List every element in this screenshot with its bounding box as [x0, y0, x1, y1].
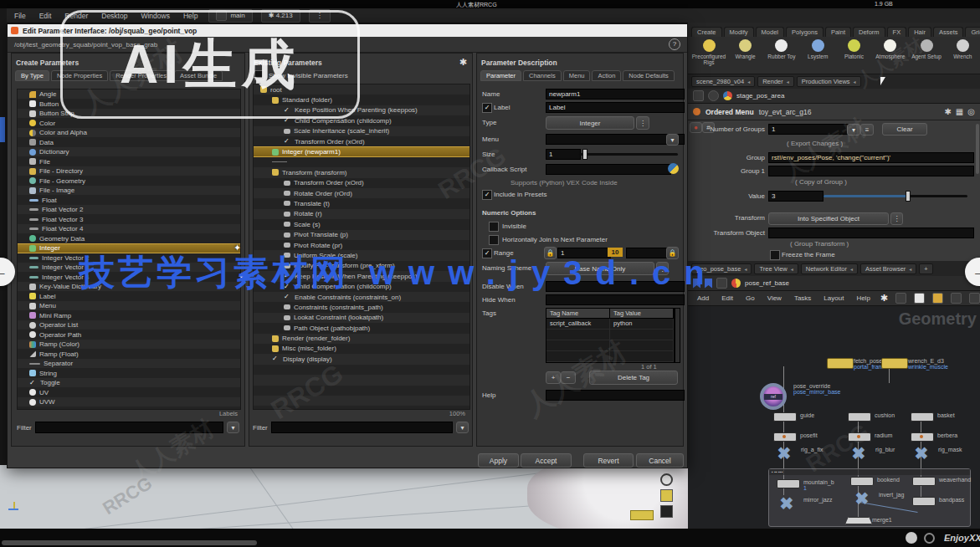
menu-file[interactable]: File [12, 11, 28, 21]
menu-windows[interactable]: Windows [138, 11, 172, 21]
network-node[interactable] [827, 358, 854, 369]
shelf-tool[interactable]: Wrangle [730, 39, 761, 74]
type-item[interactable]: UVW [18, 397, 240, 407]
menu-desktop[interactable]: Desktop [99, 11, 130, 21]
pane-tab[interactable]: geo_pose_base◂ [691, 263, 752, 274]
frame-info-box[interactable]: ✱ 4.213 [261, 9, 300, 23]
network-node[interactable] [911, 432, 934, 442]
network-node[interactable] [912, 497, 936, 506]
desc-tab-menu[interactable]: Menu [563, 70, 591, 81]
transform-dropdown[interactable]: Into Specified Object [768, 212, 889, 225]
pane-tab[interactable]: scene_2980_v04◂ [691, 76, 755, 87]
overflow-menu[interactable]: ⋮ [309, 9, 331, 23]
range-checkbox[interactable]: ✓ [482, 248, 492, 258]
type-item[interactable]: Key-Value Dictionary [18, 282, 240, 292]
tree-item[interactable]: Integer (newparm1) [254, 146, 469, 156]
tree-item[interactable]: Rotate (r) [254, 209, 469, 219]
pane-tab[interactable]: Asset Browser◂ [860, 263, 916, 274]
shelf-tool[interactable]: Wrench [947, 39, 978, 74]
network-node[interactable] [850, 477, 874, 486]
tree-item[interactable]: Transform (transform) [254, 167, 469, 177]
display-panel-icon[interactable] [895, 293, 906, 304]
callback-script-field[interactable] [546, 164, 671, 175]
value-slider[interactable] [824, 195, 967, 197]
viewport[interactable] [0, 465, 688, 529]
shelf-tab-paint[interactable]: Paint [825, 27, 851, 37]
desc-tab-channels[interactable]: Channels [523, 70, 562, 81]
shelf-tab-modify[interactable]: Modify [724, 27, 754, 37]
view-mode-icon[interactable] [660, 473, 673, 486]
type-item[interactable]: Integer Vector 4 [18, 273, 240, 283]
network-node[interactable] [848, 432, 871, 442]
pane-tab[interactable]: Tree View◂ [754, 263, 798, 274]
show-invisible-checkbox[interactable] [254, 70, 264, 80]
type-item[interactable]: Separator [18, 359, 240, 369]
network-node[interactable]: ✖ [852, 492, 872, 507]
range-min-field[interactable]: 1 [557, 248, 611, 258]
existing-filter-input[interactable] [271, 422, 453, 433]
pane-tab[interactable]: Render◂ [757, 76, 794, 87]
tree-item[interactable]: Standard (folder) [254, 95, 469, 105]
type-item[interactable]: Geometry Data [18, 234, 240, 244]
desc-tab-node-defaults[interactable]: Node Defaults [623, 70, 675, 81]
create-tab-node-properties[interactable]: Node Properties [51, 70, 108, 81]
type-item[interactable]: UV [18, 388, 240, 398]
pane-tab[interactable]: Production Views◂ [797, 76, 861, 87]
network-editor-canvas[interactable]: Geometry ▪ ▪▪ ▪▪▪ fetch_poseportal_frant… [688, 306, 980, 529]
shelf-tab-assets[interactable]: Assets [933, 27, 964, 37]
revert-button[interactable]: Revert [583, 453, 634, 468]
tree-item[interactable]: ✓Display (display) [254, 354, 469, 364]
filter-menu-button[interactable]: ▾ [227, 422, 239, 433]
create-tab-by-type[interactable]: By Type [15, 70, 49, 81]
label-checkbox[interactable]: ✓ [482, 103, 492, 113]
freeze-frame-checkbox[interactable] [770, 250, 780, 260]
type-item[interactable]: Operator Path [18, 330, 240, 340]
show-invisible-row[interactable]: Show Invisible Parameters [254, 70, 348, 80]
tree-item[interactable]: Pivot Translate (p) [254, 229, 469, 239]
type-item[interactable]: Float Vector 2 [18, 205, 240, 215]
gear-icon[interactable]: ✱ [944, 107, 951, 116]
tree-item[interactable]: ✓Keep Position When Parenting (keeppos) [254, 271, 469, 281]
param-scrollbar[interactable] [976, 124, 979, 174]
type-item[interactable]: Menu [18, 301, 240, 311]
existing-parameter-tree[interactable]: rootStandard (folder)✓Keep Position When… [253, 84, 470, 410]
transform-menu-button[interactable]: ⋮ [890, 212, 903, 225]
invisible-checkbox[interactable] [489, 222, 499, 232]
node-name-field[interactable]: toy_evt_arc_g16 [759, 108, 812, 116]
network-menu-add[interactable]: Add [695, 294, 711, 303]
network-menu-tasks[interactable]: Tasks [792, 294, 813, 303]
tree-item[interactable] [254, 157, 469, 167]
color-palette-icon[interactable] [932, 293, 943, 304]
network-menu-view[interactable]: View [765, 294, 784, 303]
type-item[interactable]: Label [18, 292, 240, 302]
range-lock-left-icon[interactable]: 🔒 [544, 247, 557, 259]
tree-item[interactable]: Lookat Constraint (lookatpath) [254, 313, 469, 323]
desc-tab-parameter[interactable]: Parameter [480, 70, 521, 81]
dialog-titlebar[interactable]: Edit Parameter Interface: /obj/squab_geo… [8, 24, 687, 37]
shelf-tab-hair[interactable]: Hair [908, 27, 931, 37]
shelf-tool[interactable]: Platonic [839, 39, 870, 74]
bookmark-icon[interactable] [693, 279, 700, 289]
python-icon[interactable] [668, 163, 679, 174]
tree-item[interactable]: Rotate Order (rOrd) [254, 188, 469, 198]
tree-item[interactable]: ✓Transform Order (xOrd) [254, 136, 469, 146]
ladder-button[interactable]: ▾ [847, 124, 860, 135]
type-item[interactable]: Operator List [18, 320, 240, 330]
network-menu-help[interactable]: Help [854, 294, 872, 303]
tag-add-button[interactable]: + [546, 371, 561, 384]
network-menu-go[interactable]: Go [743, 294, 757, 303]
naming-scheme-dropdown[interactable]: Base Name Only [546, 262, 654, 275]
search-icon[interactable]: ◎ [967, 107, 975, 116]
menu-field[interactable] [546, 134, 685, 145]
network-node[interactable] [845, 517, 872, 524]
player-icon[interactable] [906, 532, 917, 544]
type-item[interactable]: Color and Alpha [18, 128, 240, 138]
pin-icon[interactable] [693, 90, 704, 101]
network-node[interactable] [911, 412, 934, 422]
parameter-type-list[interactable]: AngleButtonButton StripColorColor and Al… [17, 89, 241, 410]
video-progress-bar[interactable] [2, 540, 257, 545]
panel-grid-icon[interactable]: ▦ [956, 107, 963, 116]
include-presets-checkbox[interactable]: ✓ [482, 190, 492, 200]
network-node[interactable] [773, 412, 797, 422]
shelf-tool[interactable]: Atmosphere [875, 39, 906, 74]
